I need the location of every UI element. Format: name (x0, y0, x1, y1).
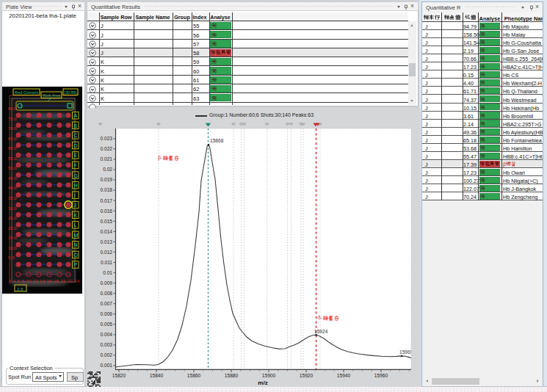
svg-text:2.6: 2.6 (17, 287, 23, 291)
svg-text:B: B (74, 123, 78, 128)
svg-text:0.023: 0.023 (100, 136, 112, 141)
svg-text:0.01: 0.01 (103, 270, 112, 275)
svg-text:15880: 15880 (225, 373, 239, 378)
svg-text:P: P (74, 262, 78, 267)
svg-text:0.013: 0.013 (100, 239, 112, 244)
svg-text:M: M (74, 233, 79, 238)
svg-text:0.012: 0.012 (100, 250, 112, 255)
svg-text:80.0: 80.0 (8, 106, 17, 111)
svg-text:C: C (74, 133, 78, 138)
svg-text:I: I (74, 193, 76, 198)
svg-text:K: K (74, 213, 78, 218)
svg-text:m/z: m/z (258, 380, 267, 386)
svg-text:0.003: 0.003 (100, 342, 112, 347)
svg-text:15900: 15900 (262, 373, 276, 378)
svg-text:F: F (74, 163, 77, 168)
svg-text:15920: 15920 (300, 373, 314, 378)
svg-text:25.0: 25.0 (8, 216, 17, 220)
svg-text:15924: 15924 (314, 329, 328, 334)
svg-text:0.001: 0.001 (100, 363, 112, 368)
svg-text:0.002: 0.002 (100, 352, 112, 357)
svg-text:Red Corners: Red Corners (15, 90, 38, 95)
svg-text:G: G (74, 173, 78, 178)
svg-text:0.021: 0.021 (100, 156, 112, 161)
svg-text:A: A (74, 113, 78, 118)
svg-text:2 4 6 8 10 12 14 16 18 20 22 2: 2 4 6 8 10 12 14 16 18 20 22 24 (9, 279, 79, 283)
svg-text:65.0: 65.0 (8, 137, 17, 141)
svg-text:0.009: 0.009 (100, 280, 112, 286)
svg-text:H: H (74, 183, 78, 188)
svg-text:45.0: 45.0 (8, 176, 17, 181)
svg-text:75.0: 75.0 (8, 117, 17, 121)
svg-text:0.017: 0.017 (100, 198, 112, 203)
svg-text:0.019: 0.019 (100, 177, 112, 182)
svg-text:L: L (74, 222, 77, 228)
svg-text:15820: 15820 (112, 373, 126, 378)
svg-text:15840: 15840 (150, 373, 164, 378)
svg-text:0.018: 0.018 (100, 187, 112, 192)
svg-text:O: O (74, 253, 79, 258)
svg-text:30.0: 30.0 (8, 206, 17, 211)
svg-text:15960: 15960 (374, 373, 388, 378)
svg-text:5.0: 5.0 (8, 255, 15, 260)
svg-text:0.02: 0.02 (103, 167, 112, 172)
svg-text:15868: 15868 (210, 138, 224, 143)
svg-text:60.0: 60.0 (8, 146, 17, 150)
svg-text:20.0: 20.0 (8, 226, 17, 231)
svg-text:0.011: 0.011 (101, 260, 112, 265)
svg-text:D: D (74, 143, 78, 148)
svg-text:50.0: 50.0 (8, 166, 17, 170)
svg-text:15940: 15940 (337, 373, 351, 378)
svg-text:15969: 15969 (399, 349, 413, 355)
svg-text:(30.86): (30.86) (65, 90, 77, 95)
svg-text:15.0: 15.0 (8, 236, 17, 240)
svg-text:15860: 15860 (187, 373, 201, 378)
svg-text:0.004: 0.004 (100, 332, 112, 337)
svg-text:J: J (74, 203, 77, 208)
svg-text:70.0: 70.0 (8, 126, 17, 131)
svg-text:0.016: 0.016 (100, 208, 112, 214)
svg-text:35.0: 35.0 (8, 196, 17, 200)
svg-text:40.0: 40.0 (8, 186, 17, 190)
svg-text:0.014: 0.014 (100, 229, 112, 234)
svg-text:0.005: 0.005 (100, 322, 112, 327)
svg-text:0.022: 0.022 (100, 146, 112, 151)
svg-text:E: E (74, 153, 78, 158)
svg-text:N: N (74, 242, 78, 247)
svg-text:0.007: 0.007 (100, 301, 112, 306)
svg-text:10.0: 10.0 (8, 246, 17, 250)
svg-text:0.015: 0.015 (100, 219, 112, 224)
svg-text:0.008: 0.008 (100, 291, 112, 296)
svg-text:0.006: 0.006 (100, 311, 112, 316)
svg-text:55.0: 55.0 (8, 156, 17, 161)
svg-text:Work Area: Work Area (43, 93, 61, 98)
